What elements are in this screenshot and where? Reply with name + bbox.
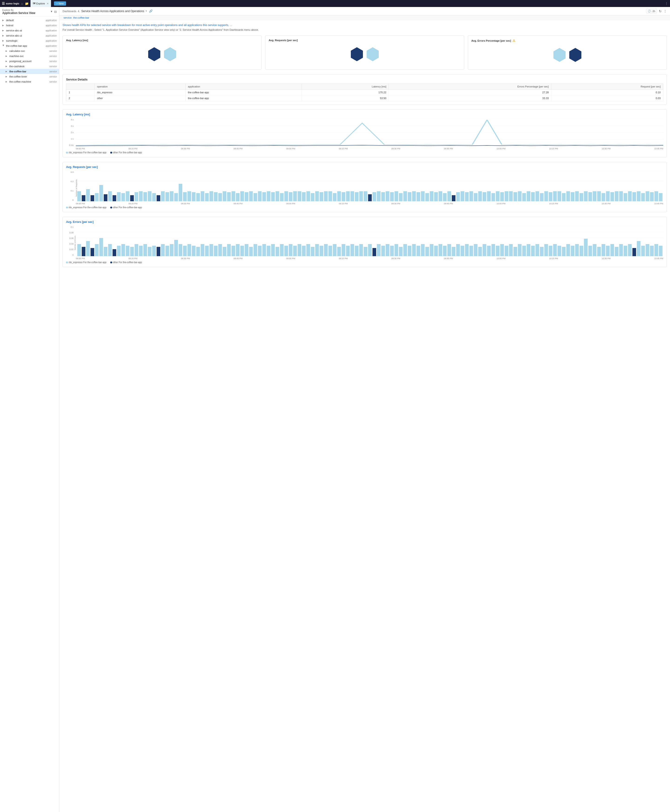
svg-rect-180 bbox=[192, 246, 196, 256]
folder-icon[interactable]: 📁 bbox=[25, 2, 29, 5]
svg-rect-111 bbox=[500, 192, 504, 201]
arrow-icon-service-abc-ai: ▶ bbox=[2, 29, 5, 32]
sidebar-item-sumologic[interactable]: ▶ sumologic application bbox=[0, 38, 59, 43]
content-body: Shows health KPIs for selected service w… bbox=[59, 20, 670, 274]
err-x-830pm: 08:30 PM bbox=[181, 257, 190, 260]
svg-rect-277 bbox=[619, 244, 623, 256]
svg-rect-89 bbox=[403, 191, 407, 201]
sidebar-item-type-coffee-machine: service bbox=[49, 81, 57, 83]
more-menu-icon[interactable]: ⋮ bbox=[665, 2, 668, 5]
refresh-icon[interactable]: ↻ bbox=[659, 9, 662, 13]
sidebar-item-name-coffee-lover: the-coffee-lover bbox=[9, 75, 27, 78]
svg-rect-157 bbox=[90, 248, 94, 256]
svg-rect-278 bbox=[624, 246, 628, 256]
svg-rect-197 bbox=[267, 246, 271, 256]
svg-rect-263 bbox=[558, 246, 562, 256]
svg-rect-48 bbox=[223, 191, 227, 201]
errors-chart-title: Avg. Errors [per sec] bbox=[66, 220, 663, 223]
service-details-section: Service Details operation application La… bbox=[63, 74, 667, 105]
sidebar-filter-icon[interactable]: ⊟ bbox=[54, 10, 57, 14]
svg-marker-3 bbox=[367, 47, 379, 61]
sidebar-item-postgresql[interactable]: ▶ postgresql_account service bbox=[0, 59, 59, 64]
more-options-icon[interactable]: ⋮ bbox=[663, 9, 667, 13]
sidebar-item-service-abc-ai[interactable]: ▶ service-abc-ai application bbox=[0, 28, 59, 33]
svg-rect-222 bbox=[377, 244, 381, 256]
latency-line-chart bbox=[76, 118, 663, 146]
svg-rect-65 bbox=[298, 191, 301, 201]
svg-rect-163 bbox=[117, 246, 121, 256]
sidebar-item-default[interactable]: ▶ default application bbox=[0, 18, 59, 23]
svg-rect-183 bbox=[205, 246, 209, 256]
breadcrumb-number: 4. bbox=[78, 10, 80, 13]
svg-rect-92 bbox=[417, 192, 420, 201]
svg-rect-93 bbox=[421, 191, 425, 201]
td-application-1: the-coffee-bar-app bbox=[185, 90, 302, 95]
svg-rect-235 bbox=[434, 246, 438, 256]
svg-rect-140 bbox=[628, 191, 632, 201]
sidebar-item-coffee-lover[interactable]: ▶ the-coffee-lover service bbox=[0, 74, 59, 79]
link-icon[interactable]: 🔗 bbox=[149, 9, 152, 13]
new-button[interactable]: + New bbox=[54, 2, 66, 5]
sidebar-item-hotrod[interactable]: ▶ hotrod application bbox=[0, 23, 59, 28]
sidebar-item-type-default: application bbox=[46, 19, 57, 22]
breadcrumb-chevron-icon[interactable]: ▼ bbox=[145, 10, 147, 12]
th-application: application bbox=[185, 84, 302, 90]
home-icon[interactable]: ⌂ bbox=[21, 2, 23, 5]
svg-rect-77 bbox=[350, 191, 354, 201]
sidebar-item-type-service-abc-ui: application bbox=[46, 34, 57, 37]
legend-dot-other-req bbox=[110, 206, 112, 208]
sidebar-chevron-icon[interactable]: ▼ bbox=[50, 10, 53, 14]
sidebar-item-cashdesk[interactable]: ▶ the-cashdesk service bbox=[0, 64, 59, 69]
svg-rect-232 bbox=[421, 244, 425, 256]
tab-explore[interactable]: 🗺 Explore ✕ bbox=[30, 0, 51, 7]
legend-dot-espresso-err bbox=[66, 262, 68, 263]
svg-rect-218 bbox=[359, 244, 363, 256]
sidebar-item-calculator-svc[interactable]: ▶ calculator-svc service bbox=[0, 48, 59, 54]
svg-rect-216 bbox=[350, 244, 354, 256]
svg-rect-247 bbox=[487, 246, 491, 256]
sidebar-item-service-abc-ui[interactable]: ▶ service-abc-ui application bbox=[0, 33, 59, 38]
explore-tab-close[interactable]: ✕ bbox=[47, 2, 49, 5]
breadcrumb-dashboards[interactable]: Dashboards bbox=[63, 10, 76, 13]
arrow-icon-postgresql: ▶ bbox=[5, 60, 8, 63]
sidebar-title-block: Explore By Application Service View bbox=[2, 9, 36, 15]
svg-rect-221 bbox=[372, 248, 376, 256]
svg-rect-225 bbox=[390, 246, 394, 256]
sidebar-item-type-cashdesk: service bbox=[49, 65, 57, 68]
kpi-title-latency: Avg. Latency [ms] bbox=[66, 39, 258, 42]
sidebar-item-coffee-bar[interactable]: ▶ the-coffee-bar service bbox=[0, 69, 59, 74]
warning-icon-errors: ⚠ bbox=[513, 39, 515, 42]
service-value: the-coffee-bar bbox=[73, 16, 89, 19]
sidebar-view-name: Application Service View bbox=[2, 12, 36, 15]
content-area: Dashboards 4. Service Health Across Appl… bbox=[59, 7, 670, 812]
svg-rect-19 bbox=[95, 193, 99, 201]
req-x-800pm: 08:00 PM bbox=[76, 202, 85, 205]
svg-rect-97 bbox=[438, 191, 442, 201]
time-range-selector[interactable]: 🕐 -3h bbox=[646, 9, 657, 13]
svg-rect-68 bbox=[311, 193, 315, 201]
svg-rect-103 bbox=[465, 192, 469, 201]
svg-rect-182 bbox=[201, 244, 205, 256]
svg-rect-41 bbox=[192, 192, 196, 201]
x-label-800pm: 08:00 PM bbox=[76, 147, 85, 150]
svg-rect-271 bbox=[593, 244, 597, 256]
svg-rect-146 bbox=[655, 191, 658, 201]
description-sub: For overall Service Health - Select "1. … bbox=[63, 28, 667, 32]
sidebar-item-the-coffee-bar-app[interactable]: ▶ the-coffee-bar-app application bbox=[0, 43, 59, 48]
legend-dot-other-latency bbox=[110, 152, 112, 154]
hamburger-icon[interactable]: ☰ bbox=[2, 2, 5, 5]
sidebar-item-coffee-machine[interactable]: ▶ the-coffee-machine service bbox=[0, 79, 59, 84]
sidebar-item-name-sumologic: sumologic bbox=[6, 39, 18, 42]
svg-rect-116 bbox=[522, 193, 526, 201]
svg-rect-94 bbox=[425, 193, 429, 201]
svg-rect-123 bbox=[553, 191, 557, 201]
svg-rect-114 bbox=[513, 192, 517, 201]
svg-rect-49 bbox=[227, 192, 231, 201]
svg-rect-54 bbox=[249, 191, 253, 201]
svg-rect-32 bbox=[152, 193, 156, 201]
svg-rect-220 bbox=[368, 244, 372, 256]
svg-rect-154 bbox=[77, 244, 81, 256]
legend-item-other-latency: other For the-coffee-bar-app bbox=[110, 151, 142, 154]
sidebar-item-machine-svc[interactable]: ▶ machine-svc service bbox=[0, 54, 59, 59]
svg-rect-159 bbox=[99, 238, 103, 256]
